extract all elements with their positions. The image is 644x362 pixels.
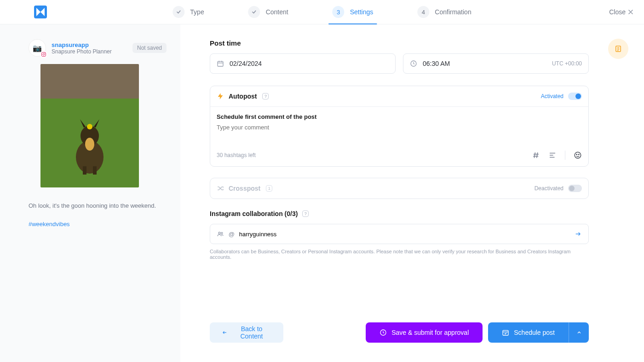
svg-point-22 <box>575 152 581 158</box>
date-field[interactable]: 02/24/2024 <box>210 53 396 74</box>
svg-point-7 <box>85 138 94 151</box>
crosspost-status-label: Deactivated <box>535 185 564 192</box>
emoji-icon[interactable] <box>574 151 582 159</box>
footer-actions: Back to Content Save & submit for approv… <box>210 322 589 362</box>
header-bar: Type Content 3 Settings 4 Confirmation C… <box>0 0 644 24</box>
wizard-steps: Type Content 3 Settings 4 Confirmation <box>172 0 471 24</box>
calendar-icon <box>217 60 224 67</box>
hashtag-icon[interactable] <box>532 151 540 159</box>
clock-check-icon <box>380 329 387 336</box>
time-value: 06:30 AM <box>423 60 450 67</box>
close-icon <box>628 10 633 14</box>
dog-illustration <box>64 111 115 175</box>
schedule-label: Schedule post <box>514 329 555 336</box>
step-content[interactable]: Content <box>248 0 288 24</box>
save-submit-approval-button[interactable]: Save & submit for approval <box>366 322 483 343</box>
collaborator-input[interactable] <box>239 231 570 238</box>
autopost-card: Autopost ? Activated Schedule first comm… <box>210 86 589 167</box>
crosspost-count-badge: 1 <box>266 185 272 192</box>
close-label: Close <box>609 8 626 16</box>
step-label: Settings <box>350 8 374 16</box>
step-check-icon <box>248 6 260 18</box>
step-type[interactable]: Type <box>172 0 204 24</box>
account-avatar: 📷 <box>29 39 46 57</box>
svg-rect-10 <box>218 61 223 66</box>
collaboration-title: Instagram collaboration (0/3) <box>210 210 298 217</box>
instagram-icon <box>40 51 47 58</box>
step-check-icon <box>172 6 184 18</box>
svg-line-18 <box>537 152 538 158</box>
svg-point-23 <box>576 154 577 155</box>
step-label: Content <box>266 8 288 16</box>
first-comment-title: Schedule first comment of the post <box>217 113 582 120</box>
step-settings[interactable]: 3 Settings <box>333 0 374 24</box>
collaboration-note: Collaborators can be Business, Creators … <box>210 249 589 260</box>
align-left-icon[interactable] <box>548 151 557 159</box>
not-saved-badge: Not saved <box>132 43 167 53</box>
date-value: 02/24/2024 <box>230 60 262 67</box>
lightning-icon <box>217 93 224 100</box>
shuffle-icon <box>217 185 224 192</box>
svg-point-24 <box>579 154 580 155</box>
account-handle[interactable]: snapsureapp <box>52 41 112 48</box>
schedule-dropdown-button[interactable] <box>569 322 589 343</box>
autopost-status-label: Activated <box>541 93 564 99</box>
svg-point-2 <box>43 53 45 55</box>
crosspost-title: Crosspost <box>229 185 260 192</box>
post-time-title: Post time <box>210 39 589 47</box>
at-prefix: @ <box>229 231 235 238</box>
app-logo <box>34 6 47 18</box>
note-icon <box>614 45 622 53</box>
post-preview-panel: 📷 snapsureapp Snapsure Photo Planner Not… <box>0 24 180 362</box>
approval-label: Save & submit for approval <box>391 329 469 336</box>
step-label: Type <box>190 8 204 16</box>
account-name: Snapsure Photo Planner <box>52 48 112 55</box>
post-caption: Oh look, it's the goon hooning into the … <box>29 201 167 210</box>
post-hashtag[interactable]: #weekendvibes <box>29 221 167 228</box>
svg-point-6 <box>87 124 92 129</box>
svg-point-26 <box>221 232 223 234</box>
arrow-left-icon <box>222 330 227 335</box>
hashtags-left-label: 30 hashtags left <box>217 152 256 158</box>
chevron-up-icon <box>576 330 582 335</box>
crosspost-toggle[interactable] <box>568 185 582 192</box>
post-image-preview <box>40 64 139 187</box>
settings-panel: Post time 02/24/2024 06:30 AM UTC +00:00 <box>180 24 644 362</box>
step-confirmation[interactable]: 4 Confirmation <box>417 0 471 24</box>
notes-floating-button[interactable] <box>608 39 628 59</box>
help-icon[interactable]: ? <box>262 93 269 99</box>
svg-point-3 <box>45 53 45 53</box>
step-label: Confirmation <box>435 8 471 16</box>
back-label: Back to Content <box>232 325 271 340</box>
back-button[interactable]: Back to Content <box>210 322 283 343</box>
svg-line-17 <box>534 152 535 158</box>
first-comment-input[interactable] <box>217 124 582 142</box>
autopost-title: Autopost <box>229 93 257 100</box>
close-button[interactable]: Close <box>609 8 633 16</box>
submit-collaborator-icon[interactable] <box>575 230 582 238</box>
calendar-check-icon <box>502 329 509 336</box>
people-icon <box>217 230 224 238</box>
svg-rect-9 <box>93 166 97 175</box>
svg-rect-8 <box>83 166 86 175</box>
step-number: 4 <box>417 6 429 18</box>
crosspost-card: Crosspost 1 Deactivated <box>210 178 589 199</box>
divider <box>565 151 565 160</box>
svg-rect-30 <box>503 330 508 335</box>
collaborator-input-row: @ <box>210 224 589 244</box>
clock-icon <box>410 60 417 67</box>
step-number: 3 <box>333 6 345 18</box>
help-icon[interactable]: ? <box>302 210 309 217</box>
svg-point-25 <box>218 232 220 234</box>
account-row: 📷 snapsureapp Snapsure Photo Planner Not… <box>29 39 167 57</box>
autopost-toggle[interactable] <box>568 93 582 100</box>
schedule-post-button[interactable]: Schedule post <box>488 322 569 343</box>
timezone-label: UTC +00:00 <box>552 60 582 67</box>
time-field[interactable]: 06:30 AM UTC +00:00 <box>403 53 589 74</box>
